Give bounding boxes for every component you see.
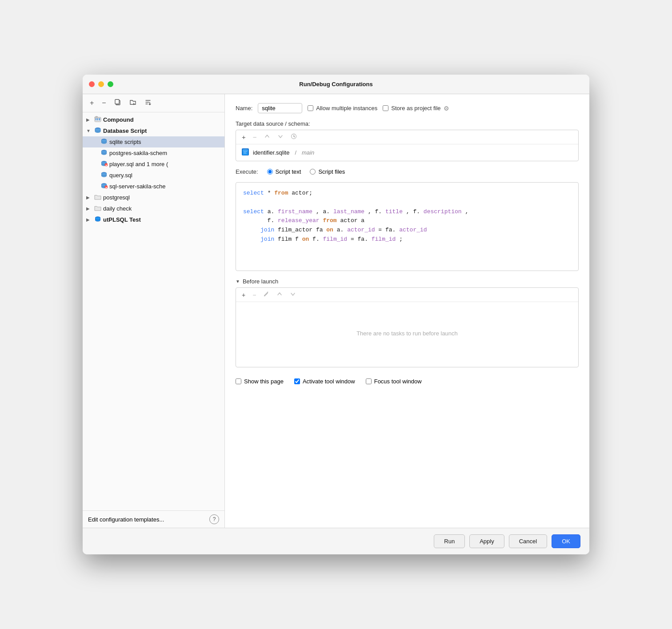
sidebar-item-database-script[interactable]: ▼ Database Script [83,125,224,136]
remove-config-button[interactable]: − [100,98,108,108]
database-script-label: Database Script [103,127,147,134]
apply-button[interactable]: Apply [469,534,504,548]
sidebar-item-postgres-sakila[interactable]: postgres-sakila-schem [83,147,224,159]
sidebar-item-utplsql[interactable]: ▶ utPLSQL Test [83,214,224,225]
name-input[interactable] [258,103,302,113]
svg-rect-5 [99,118,100,120]
datasource-add-button[interactable]: + [240,133,247,141]
svg-rect-1 [115,100,119,104]
execute-script-files-radio[interactable] [310,169,316,175]
sql-server-label: sql-server-sakila-sche [109,183,165,190]
folder-icon-2 [94,204,101,211]
tree-arrow-postgresql: ▶ [86,195,92,200]
help-button[interactable]: ? [209,514,219,524]
player-sql-label: player.sql and 1 more ( [109,161,168,167]
datasource-schema: main [302,149,314,156]
sidebar-item-query-sql[interactable]: query.sql [83,170,224,181]
datasource-name: identifier.sqlite [253,149,289,156]
before-launch-edit-button[interactable] [262,291,271,299]
before-launch-up-button[interactable] [275,291,284,299]
code-line-1: select * from actor; [243,189,571,198]
code-line-5: join film f on f. film_id = fa. film_id … [243,235,571,244]
code-line-2: select a. first_name , a. last_name , f.… [243,207,571,217]
run-button[interactable]: Run [434,534,465,548]
player-sql-icon: ✕ [100,160,108,168]
db-script-icon [94,127,101,134]
cancel-button[interactable]: Cancel [509,534,547,548]
store-as-project-row: Store as project file ⚙ [383,105,449,112]
maximize-button[interactable] [108,81,113,87]
execute-label: Execute: [236,168,258,175]
focus-tool-option[interactable]: Focus tool window [366,378,422,385]
show-page-label: Show this page [244,378,284,385]
db-query-icon [100,171,108,178]
sort-button[interactable] [143,98,153,108]
tree-arrow-database-script: ▼ [86,128,92,133]
postgresql-label: postgresql [103,194,130,201]
database-script-icon [94,127,101,135]
execute-script-files-label: Script files [318,168,345,175]
code-editor[interactable]: select * from actor; select a. first_nam… [236,182,579,271]
db-player-icon: ✕ [100,160,108,167]
titlebar: Run/Debug Configurations [83,75,589,94]
edit-templates-link[interactable]: Edit configuration templates... [88,516,164,523]
show-page-checkbox[interactable] [236,378,241,384]
postgres-sakila-label: postgres-sakila-schem [109,150,167,156]
close-button[interactable] [89,81,95,87]
allow-multiple-label: Allow multiple instances [316,105,377,111]
sidebar-item-daily-check[interactable]: ▶ daily check [83,203,224,214]
move-to-folder-button[interactable] [128,98,138,108]
before-launch-add-button[interactable]: + [240,291,247,299]
before-launch-label: Before launch [243,278,278,285]
sidebar: + − [83,94,225,528]
activate-tool-option[interactable]: Activate tool window [294,378,355,385]
compound-folder-icon [94,115,101,123]
focus-tool-checkbox[interactable] [366,378,372,384]
db-sqlserver-icon: ✕ [100,182,108,189]
execute-script-text-option[interactable]: Script text [267,168,301,175]
add-config-button[interactable]: + [88,98,96,108]
before-launch-down-button[interactable] [288,291,297,299]
datasource-down-button[interactable] [276,133,285,141]
compound-label: Compound [103,116,134,123]
sidebar-item-compound[interactable]: ▶ Compound [83,114,224,125]
copy-config-button[interactable] [112,98,123,108]
store-as-project-checkbox[interactable] [383,105,388,111]
minimize-button[interactable] [98,81,104,87]
datasource-clock-button[interactable] [289,133,298,141]
ok-button[interactable]: OK [552,534,580,548]
svg-rect-4 [97,118,98,120]
datasource-section: Target data source / schema: + − [236,120,579,161]
datasource-remove-button[interactable]: − [252,133,258,141]
activate-tool-checkbox[interactable] [294,378,300,384]
datasource-separator: / [295,149,296,156]
sort-icon [144,99,152,106]
sidebar-item-sql-server[interactable]: ✕ sql-server-sakila-sche [83,181,224,192]
before-launch-section: ▼ Before launch + − [236,278,579,367]
before-launch-header[interactable]: ▼ Before launch [236,278,579,285]
allow-multiple-checkbox[interactable] [308,105,313,111]
bl-up-icon [276,291,283,297]
db-postgres-icon [100,149,108,156]
execute-script-files-option[interactable]: Script files [310,168,345,175]
code-line-4: join film_actor fa on a. actor_id = fa. … [243,226,571,235]
execute-script-text-radio[interactable] [267,169,273,175]
sqlite-db-icon [241,148,249,156]
sidebar-item-player-sql[interactable]: ✕ player.sql and 1 more ( [83,159,224,170]
svg-text:✕: ✕ [105,186,108,189]
traffic-lights [89,81,113,87]
before-launch-remove-button[interactable]: − [251,291,257,299]
show-page-option[interactable]: Show this page [236,378,284,385]
datasource-up-button[interactable] [263,133,272,141]
gear-icon[interactable]: ⚙ [444,105,449,112]
sql-server-icon: ✕ [100,182,108,191]
datasource-item[interactable]: identifier.sqlite / main [236,144,578,161]
datasource-db-icon [241,148,249,157]
bottom-checkboxes: Show this page Activate tool window Focu… [236,374,579,388]
sqlite-scripts-icon [100,138,108,146]
before-launch-empty: There are no tasks to run before launch [236,302,578,364]
clock-icon [291,133,297,139]
sidebar-item-postgresql[interactable]: ▶ postgresql [83,192,224,203]
query-sql-icon [100,171,108,179]
sidebar-item-sqlite-scripts[interactable]: sqlite scripts [83,136,224,147]
